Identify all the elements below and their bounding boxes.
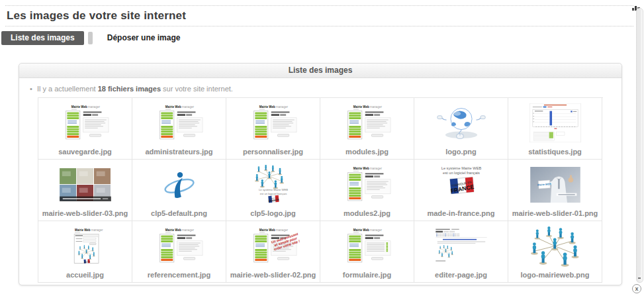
- svg-text:Mairie Web manager: Mairie Web manager: [75, 228, 103, 231]
- image-filename: clp5-default.png: [151, 209, 207, 217]
- svg-text:Mairie Web manager: Mairie Web manager: [353, 228, 382, 232]
- summary-count: 18 fichiers images: [98, 85, 161, 93]
- image-thumbnail: [508, 98, 602, 148]
- image-filename: editer-page.jpg: [435, 271, 487, 279]
- svg-text:Le système Mairie WEB: Le système Mairie WEB: [259, 188, 288, 191]
- image-thumbnail: Mairie Web managerFABRIQUÉ ENFRANCE: [38, 221, 132, 271]
- images-panel: Liste des images • Il y a actuellement 1…: [19, 63, 622, 285]
- image-thumbnail: [38, 160, 132, 209]
- svg-text:Mairie Web manager: Mairie Web manager: [353, 167, 382, 170]
- image-thumbnail: Mairie Web managerUn outil puissantet si…: [226, 221, 320, 271]
- tabs-bar: Liste des images Déposer une image: [1, 31, 644, 45]
- image-thumbnail: Le système Mairie WEBest un logiciel fra…: [226, 160, 320, 209]
- image-cell[interactable]: statistiques.jpg: [508, 98, 602, 160]
- dotted-divider-under-title: [5, 26, 633, 26]
- image-cell[interactable]: Le système Mairie WEBest un logiciel fra…: [226, 160, 320, 221]
- image-thumbnail: Mairie Web manager: [38, 98, 132, 148]
- image-filename: referencement.jpg: [148, 271, 210, 279]
- image-thumbnail: Mairie Web manager: [320, 98, 414, 148]
- bullet-icon: •: [30, 85, 32, 93]
- svg-text:Mairie Web manager: Mairie Web manager: [259, 228, 288, 232]
- vertical-scrollbar[interactable]: [636, 8, 643, 283]
- svg-text:est un logiciel français: est un logiciel français: [259, 191, 286, 195]
- image-filename: personnaliser.jpg: [243, 148, 303, 156]
- corner-glyph-icon: [632, 1, 641, 7]
- image-filename: accueil.jpg: [66, 271, 104, 279]
- image-filename: statistiques.jpg: [528, 148, 582, 156]
- summary-suffix: sur votre site internet.: [163, 85, 233, 93]
- svg-text:est un logiciel français: est un logiciel français: [443, 170, 480, 174]
- svg-text:Mairie Web manager: Mairie Web manager: [71, 105, 100, 109]
- scrollbar-thumb[interactable]: [637, 9, 641, 275]
- summary-prefix: Il y a actuellement: [37, 85, 96, 93]
- image-thumbnail: Mairie Web manager: [132, 221, 226, 271]
- image-thumbnail: Mairie Web manager: [226, 98, 320, 148]
- image-filename: administrateurs.jpg: [145, 148, 212, 156]
- image-filename: modules.jpg: [345, 148, 389, 156]
- panel-body: • Il y a actuellement 18 fichiers images…: [19, 85, 621, 283]
- image-cell[interactable]: Mairie Web managerUn outil puissantet si…: [226, 221, 320, 283]
- image-filename: logo.png: [445, 148, 476, 156]
- svg-text:Mairie Web manager: Mairie Web manager: [353, 105, 382, 109]
- image-thumbnail: [414, 98, 508, 148]
- image-cell[interactable]: Mairie Web manager administrateurs.jpg: [132, 98, 226, 160]
- image-thumbnail: Mairie WEB: [508, 160, 602, 209]
- image-filename: sauvegarde.jpg: [58, 148, 112, 156]
- image-cell[interactable]: editer-page.jpg: [414, 221, 508, 283]
- svg-text:Mairie Web manager: Mairie Web manager: [165, 105, 194, 109]
- close-button[interactable]: x: [632, 284, 641, 293]
- image-cell[interactable]: clp5-default.png: [132, 160, 226, 221]
- image-filename: clp5-logo.jpg: [250, 209, 295, 217]
- tab-separator: [88, 32, 93, 44]
- image-cell[interactable]: mairie-web-slider-03.png: [38, 160, 132, 221]
- image-filename: mairie-web-slider-02.png: [230, 271, 316, 279]
- image-cell[interactable]: Mairie WEB mairie-web-slider-01.png: [508, 160, 602, 221]
- image-cell[interactable]: Mairie Web manager sauvegarde.jpg: [38, 98, 132, 160]
- image-filename: mairie-web-slider-01.png: [512, 209, 598, 217]
- image-cell[interactable]: Mairie Web manager personnaliser.jpg: [226, 98, 320, 160]
- image-thumbnail: [414, 221, 508, 271]
- image-cell[interactable]: Mairie Web manager modules.jpg: [320, 98, 414, 160]
- scrollbar-tick: [638, 277, 641, 279]
- image-filename: made-in-france.png: [427, 209, 494, 217]
- image-thumbnail: [132, 160, 226, 209]
- svg-text:Mairie Web manager: Mairie Web manager: [259, 105, 288, 109]
- image-filename: logo-mairieweb.png: [521, 271, 590, 279]
- image-cell[interactable]: Le système Mairie WEBest un logiciel fra…: [414, 160, 508, 221]
- image-thumbnail: [508, 221, 602, 271]
- tab-deposer-une-image[interactable]: Déposer une image: [97, 31, 191, 45]
- image-thumbnail: Mairie Web manager: [320, 160, 414, 209]
- svg-text:Le système Mairie WEB: Le système Mairie WEB: [441, 166, 481, 170]
- image-cell[interactable]: Mairie Web manager referencement.jpg: [132, 221, 226, 283]
- summary-line: • Il y a actuellement 18 fichiers images…: [30, 85, 621, 93]
- image-thumbnail: Le système Mairie WEBest un logiciel fra…: [414, 160, 508, 209]
- image-cell[interactable]: Mairie Web managerFABRIQUÉ ENFRANCE accu…: [38, 221, 132, 283]
- image-thumbnail: Mairie Web manager: [320, 221, 414, 271]
- image-filename: formulaire.jpg: [343, 271, 391, 279]
- svg-text:Mairie Web manager: Mairie Web manager: [165, 228, 194, 232]
- image-cell[interactable]: Mairie Web manager formulaire.jpg: [320, 221, 414, 283]
- panel-header: Liste des images: [19, 64, 621, 78]
- tab-liste-des-images[interactable]: Liste des images: [1, 31, 84, 45]
- image-thumbnail: Mairie Web manager: [132, 98, 226, 148]
- image-cell[interactable]: logo-mairieweb.png: [508, 221, 602, 283]
- image-filename: modules2.jpg: [344, 209, 391, 217]
- images-grid: Mairie Web manager sauvegarde.jpg Mairie…: [38, 97, 603, 283]
- image-cell[interactable]: Mairie Web manager modules2.jpg: [320, 160, 414, 221]
- dotted-divider-top: [5, 5, 633, 6]
- page-title: Les images de votre site internet: [7, 9, 633, 23]
- image-filename: mairie-web-slider-03.png: [42, 209, 128, 217]
- image-cell[interactable]: logo.png: [414, 98, 508, 160]
